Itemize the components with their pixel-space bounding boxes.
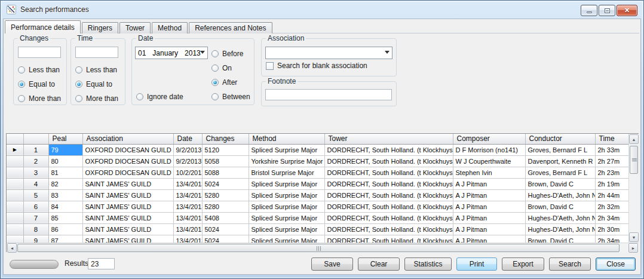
association-dropdown[interactable] xyxy=(265,47,392,59)
grid-cell[interactable]: 2h 30m xyxy=(595,223,628,235)
grid-cell[interactable]: 13/4/2013 xyxy=(173,235,202,243)
grid-cell[interactable]: DORDRECHT, South Holland. (t Klockhuys) xyxy=(324,201,453,212)
tab-method[interactable]: Method xyxy=(152,22,188,33)
radio-ignore-date[interactable]: Ignore date xyxy=(136,93,183,101)
row-selector[interactable] xyxy=(7,235,23,243)
row-number[interactable]: 3 xyxy=(23,167,48,178)
column-header-blank[interactable] xyxy=(7,134,23,144)
grid-cell[interactable]: Spliced Surprise Major xyxy=(249,223,324,235)
grid-cell[interactable]: 5408 xyxy=(202,212,249,223)
save-button[interactable]: Save xyxy=(311,257,353,271)
grid-cell[interactable]: DORDRECHT, South Holland. (t Klockhuys) xyxy=(324,212,453,223)
column-header-composer[interactable]: Composer xyxy=(453,134,525,144)
clear-button[interactable]: Clear xyxy=(358,257,400,271)
tab-performance-details[interactable]: Performance details xyxy=(5,20,81,33)
grid-cell[interactable]: Spliced Surprise Major xyxy=(249,201,324,212)
grid-cell[interactable]: D F Morrison (no141) xyxy=(453,144,525,155)
grid-cell[interactable]: 79 xyxy=(48,144,82,155)
grid-cell[interactable]: OXFORD DIOCESAN GUILD xyxy=(82,167,173,178)
radio-equal-to[interactable]: Equal to xyxy=(18,80,61,88)
row-number[interactable]: 7 xyxy=(23,212,48,223)
grid-cell[interactable]: A J Pitman xyxy=(453,201,525,212)
grid-cell[interactable]: 2h 27m xyxy=(595,155,628,167)
row-number[interactable]: 9 xyxy=(23,235,48,243)
grid-cell[interactable]: 5024 xyxy=(202,178,249,189)
grid-cell[interactable]: Groves, Bernard F L xyxy=(525,167,595,178)
column-header-date[interactable]: Date xyxy=(173,134,202,144)
grid-cell[interactable]: OXFORD DIOCESAN GUILD xyxy=(82,144,173,155)
radio-before[interactable]: Before xyxy=(211,50,250,58)
grid-cell[interactable]: Bristol Surprise Major xyxy=(249,167,324,178)
grid-cell[interactable]: Stephen Ivin xyxy=(453,167,525,178)
titlebar[interactable]: Search performances ✕ xyxy=(1,1,643,19)
column-header-conductor[interactable]: Conductor xyxy=(525,134,595,144)
radio-less-than[interactable]: Less than xyxy=(75,66,118,74)
grid-cell[interactable]: 9/2/2013 xyxy=(173,144,202,155)
row-selector[interactable] xyxy=(7,167,23,178)
grid-cell[interactable]: Yorkshire Surprise Major xyxy=(249,155,324,167)
grid-cell[interactable]: DORDRECHT, South Holland. (t Klockhuys) xyxy=(324,235,453,243)
grid-cell[interactable]: DORDRECHT, South Holland. (t Klockhuys) xyxy=(324,155,453,167)
grid-cell[interactable]: 5024 xyxy=(202,235,249,243)
grid-cell[interactable]: 5024 xyxy=(202,223,249,235)
date-dropdown[interactable]: 01 January 2013 xyxy=(135,47,208,59)
row-selector[interactable] xyxy=(7,212,23,223)
grid-cell[interactable]: 13/4/2013 xyxy=(173,223,202,235)
row-number[interactable]: 6 xyxy=(23,201,48,212)
radio-less-than[interactable]: Less than xyxy=(18,66,61,74)
close-window-button[interactable]: ✕ xyxy=(617,5,637,16)
radio-more-than[interactable]: More than xyxy=(18,94,61,103)
grid-cell[interactable]: A J Pitman xyxy=(453,235,525,243)
blank-association-checkbox-row[interactable]: Search for blank association xyxy=(266,62,367,70)
grid-cell[interactable]: 5280 xyxy=(202,201,249,212)
grid-cell[interactable]: Groves, Bernard F L xyxy=(525,144,595,155)
grid-cell[interactable]: 83 xyxy=(48,189,82,201)
row-selector[interactable] xyxy=(7,223,23,235)
scroll-up-icon[interactable]: ▲ xyxy=(629,134,639,144)
radio-equal-to[interactable]: Equal to xyxy=(75,80,118,88)
column-header-changes[interactable]: Changes xyxy=(202,134,249,144)
grid-cell[interactable]: 2h 33m xyxy=(595,144,628,155)
row-number[interactable]: 4 xyxy=(23,178,48,189)
grid-cell[interactable]: 2h 44m xyxy=(595,189,628,201)
tab-ringers[interactable]: Ringers xyxy=(82,22,118,33)
vertical-scrollbar[interactable]: ▲ ▼ xyxy=(628,134,639,243)
time-input[interactable] xyxy=(75,47,118,58)
grid-cell[interactable]: Brown, David C xyxy=(525,201,595,212)
grid-cell[interactable]: 82 xyxy=(48,178,82,189)
grid-cell[interactable]: 5120 xyxy=(202,144,249,155)
row-selector[interactable] xyxy=(7,155,23,167)
grid-cell[interactable]: DORDRECHT, South Holland. (t Klockhuys) xyxy=(324,189,453,201)
row-number[interactable]: 5 xyxy=(23,189,48,201)
row-number[interactable]: 1 xyxy=(23,144,48,155)
column-header-tower[interactable]: Tower xyxy=(324,134,453,144)
grid-cell[interactable]: 2h 32m xyxy=(595,201,628,212)
minimize-button[interactable] xyxy=(581,5,597,16)
grid-cell[interactable]: 85 xyxy=(48,212,82,223)
column-header-blank[interactable] xyxy=(23,134,48,144)
footnote-input[interactable] xyxy=(265,89,392,100)
scroll-left-icon[interactable]: ◄ xyxy=(7,243,17,253)
grid-cell[interactable]: Hughes-D'Aeth, John N xyxy=(525,189,595,201)
column-header-association[interactable]: Association xyxy=(82,134,173,144)
blank-association-checkbox[interactable] xyxy=(266,62,274,70)
grid-cell[interactable]: A J Pitman xyxy=(453,212,525,223)
row-selector[interactable] xyxy=(7,189,23,201)
grid-cell[interactable]: W J Couperthwaite xyxy=(453,155,525,167)
grid-cell[interactable]: Spliced Surprise Major xyxy=(249,235,324,243)
grid-cell[interactable]: Hughes-D'Aeth, John N xyxy=(525,212,595,223)
vertical-scroll-thumb[interactable] xyxy=(630,146,638,174)
grid-cell[interactable]: SAINT JAMES' GUILD xyxy=(82,201,173,212)
row-number[interactable]: 2 xyxy=(23,155,48,167)
grid-cell[interactable]: Spliced Surprise Major xyxy=(249,189,324,201)
row-number[interactable]: 8 xyxy=(23,223,48,235)
grid-cell[interactable]: SAINT JAMES' GUILD xyxy=(82,223,173,235)
grid-cell[interactable]: 13/4/2013 xyxy=(173,189,202,201)
grid-cell[interactable]: Davenport, Kenneth R xyxy=(525,155,595,167)
grid-cell[interactable]: DORDRECHT, South Holland. (t Klockhuys) xyxy=(324,167,453,178)
radio-between[interactable]: Between xyxy=(211,93,250,101)
scroll-right-icon[interactable]: ► xyxy=(628,243,638,253)
grid-cell[interactable]: Spliced Surprise Major xyxy=(249,212,324,223)
grid-cell[interactable]: Brown, David C xyxy=(525,178,595,189)
changes-input[interactable] xyxy=(18,47,61,58)
